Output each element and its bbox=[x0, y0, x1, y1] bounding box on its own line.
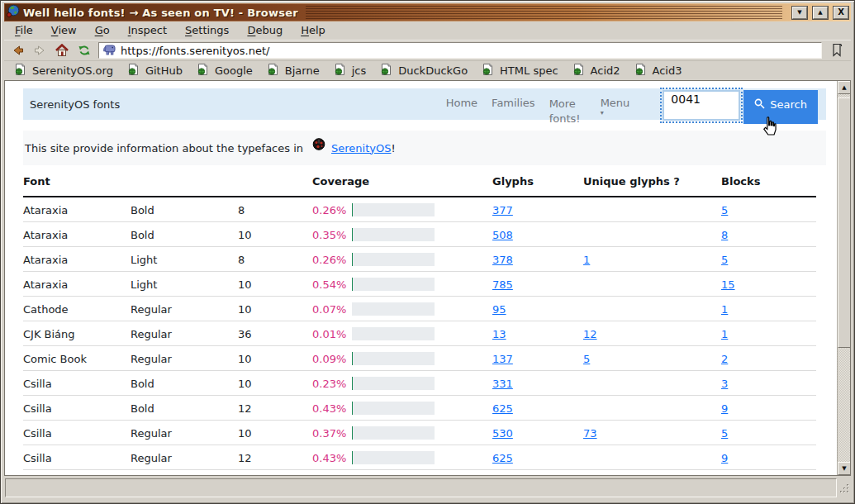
table-link[interactable]: 95 bbox=[492, 303, 506, 316]
cell-coverage-bar bbox=[352, 247, 492, 272]
table-row: KaticaBold100.33%48413 bbox=[23, 470, 816, 476]
scrollbar-thumb[interactable] bbox=[838, 97, 851, 348]
minimize-button[interactable]: ▼ bbox=[792, 7, 807, 19]
cell-glyphs: 508 bbox=[492, 222, 583, 247]
maximize-button[interactable]: ▲ bbox=[813, 7, 828, 19]
app-globe-icon bbox=[7, 4, 20, 21]
table-link[interactable]: 137 bbox=[492, 353, 513, 365]
bookmark-github[interactable]: GitHub bbox=[121, 62, 190, 79]
table-link[interactable]: 3 bbox=[721, 378, 728, 390]
cell-blocks: 1 bbox=[721, 297, 816, 321]
cell-coverage: 0.07% bbox=[312, 297, 352, 321]
table-link[interactable]: 2 bbox=[721, 353, 728, 365]
cell-glyphs: 625 bbox=[492, 396, 583, 421]
cell-coverage: 0.26% bbox=[312, 197, 352, 222]
nav-families[interactable]: Families bbox=[492, 97, 535, 126]
bookmark-page-icon bbox=[335, 63, 345, 78]
search-button[interactable]: Search bbox=[743, 90, 818, 124]
cell-blocks: 5 bbox=[721, 421, 816, 445]
table-link[interactable]: 625 bbox=[492, 402, 513, 415]
table-link[interactable]: 5 bbox=[721, 427, 728, 440]
bookmark-google[interactable]: Google bbox=[190, 62, 260, 79]
table-link[interactable]: 9 bbox=[721, 402, 728, 415]
nav-more-fonts-[interactable]: More fonts! bbox=[549, 97, 587, 126]
menu-view[interactable]: View bbox=[42, 22, 86, 39]
cell-glyphs: 530 bbox=[492, 421, 583, 445]
table-link[interactable]: 73 bbox=[583, 427, 597, 440]
scroll-up-icon[interactable]: ▲ bbox=[838, 81, 851, 94]
table-link[interactable]: 1 bbox=[721, 328, 728, 340]
table-row: AtaraxiaBold80.26%3775 bbox=[23, 197, 816, 222]
cell-coverage: 0.37% bbox=[312, 421, 352, 445]
vertical-scrollbar[interactable]: ▲ ▼ bbox=[837, 81, 850, 475]
table-link[interactable]: 378 bbox=[492, 254, 513, 266]
coverage-bar-track bbox=[352, 253, 435, 266]
table-link[interactable]: 15 bbox=[721, 278, 735, 291]
col-header-glyphs: Glyphs bbox=[492, 171, 583, 197]
bookmark-flag-icon[interactable] bbox=[828, 42, 846, 59]
table-link[interactable]: 8 bbox=[721, 229, 728, 241]
table-link[interactable]: 5 bbox=[721, 254, 728, 266]
bookmark-acid3[interactable]: Acid3 bbox=[628, 62, 690, 79]
bookmark-bjarne[interactable]: Bjarne bbox=[260, 62, 327, 79]
coverage-bar-track bbox=[352, 402, 435, 415]
home-button[interactable] bbox=[54, 42, 70, 59]
close-button[interactable]: X bbox=[834, 7, 848, 19]
table-link[interactable]: 331 bbox=[492, 378, 513, 390]
table-link[interactable]: 5 bbox=[583, 353, 590, 365]
cell-unique-glyphs: 73 bbox=[583, 421, 721, 445]
nav-menu[interactable]: Menu▾ bbox=[601, 97, 630, 126]
table-link[interactable]: 530 bbox=[492, 427, 513, 440]
forward-button[interactable] bbox=[31, 42, 48, 59]
menu-help[interactable]: Help bbox=[292, 22, 335, 39]
table-link[interactable]: 12 bbox=[583, 328, 597, 340]
cell-font: CJK Biáng bbox=[23, 321, 131, 346]
col-header-size bbox=[238, 171, 312, 197]
table-link[interactable]: 508 bbox=[492, 229, 513, 241]
table-link[interactable]: 13 bbox=[492, 328, 506, 340]
cell-coverage: 0.26% bbox=[312, 247, 352, 272]
cell-size: 8 bbox=[238, 197, 312, 222]
bookmark-duckduckgo[interactable]: DuckDuckGo bbox=[373, 62, 475, 79]
menu-debug[interactable]: Debug bbox=[238, 22, 292, 39]
cell-blocks: 9 bbox=[721, 445, 816, 470]
table-link[interactable]: 9 bbox=[721, 452, 728, 464]
cell-coverage: 0.43% bbox=[312, 445, 352, 470]
table-link[interactable]: 377 bbox=[492, 204, 513, 216]
table-link[interactable]: 785 bbox=[492, 278, 513, 291]
cell-glyphs: 378 bbox=[492, 247, 583, 272]
serenityos-link[interactable]: SerenityOS bbox=[331, 142, 391, 155]
scroll-down-icon[interactable]: ▼ bbox=[838, 462, 851, 475]
bookmark-html-spec[interactable]: HTML spec bbox=[475, 62, 565, 79]
menu-settings[interactable]: Settings bbox=[176, 22, 238, 39]
cell-weight: Regular bbox=[131, 321, 238, 346]
cell-blocks: 8 bbox=[721, 222, 816, 247]
back-button[interactable] bbox=[9, 42, 26, 59]
nav-home[interactable]: Home bbox=[446, 97, 477, 126]
menu-go[interactable]: Go bbox=[86, 22, 119, 39]
url-bar[interactable]: https://fonts.serenityos.net/ bbox=[98, 42, 822, 59]
bookmark-serenityos-org[interactable]: SerenityOS.org bbox=[7, 62, 121, 79]
bookmark-jcs[interactable]: jcs bbox=[327, 62, 374, 79]
url-text[interactable]: https://fonts.serenityos.net/ bbox=[121, 45, 269, 57]
cell-weight: Regular bbox=[131, 445, 238, 470]
cell-blocks: 9 bbox=[721, 396, 816, 421]
site-nav: HomeFamiliesMore fonts!Menu▾ bbox=[446, 97, 630, 126]
cell-font: Csilla bbox=[23, 445, 131, 470]
cell-unique-glyphs: 1 bbox=[583, 247, 721, 272]
intro-banner: This site provide information about the … bbox=[23, 131, 826, 165]
menu-file[interactable]: File bbox=[6, 22, 42, 39]
table-link[interactable]: 625 bbox=[492, 452, 513, 464]
search-input[interactable] bbox=[663, 90, 740, 121]
menu-inspect[interactable]: Inspect bbox=[119, 22, 176, 39]
coverage-bar-track bbox=[352, 426, 435, 440]
table-link[interactable]: 1 bbox=[721, 303, 728, 316]
table-link[interactable]: 1 bbox=[583, 254, 590, 266]
bookmark-acid2[interactable]: Acid2 bbox=[566, 62, 628, 79]
reload-button[interactable] bbox=[76, 42, 93, 59]
cell-coverage-bar bbox=[352, 371, 492, 396]
menu-bar: FileViewGoInspectSettingsDebugHelp bbox=[4, 21, 851, 40]
resize-grip[interactable] bbox=[839, 482, 850, 497]
cell-font: Csilla bbox=[23, 421, 131, 445]
table-link[interactable]: 5 bbox=[721, 204, 728, 216]
